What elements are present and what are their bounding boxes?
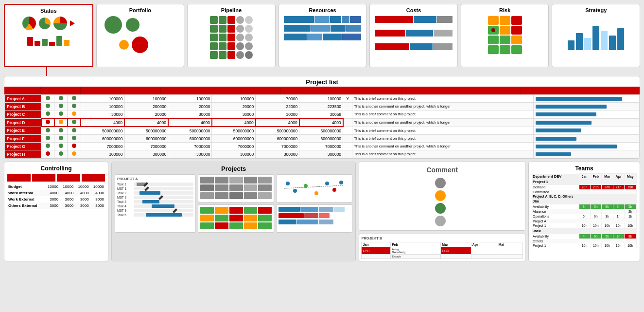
status-bar-4 [49,42,55,46]
card-resources[interactable]: Resources [278,4,367,67]
teams-table: Department DEV Jan Feb Mar Apr May Proje… [532,173,637,248]
status-visual [22,17,75,46]
svg-line-0 [284,185,343,188]
teams-title: Teams [532,165,637,172]
strategy-visual [566,16,626,50]
comment-dot-gray-1 [435,178,446,188]
comment-dot-gray-2 [435,216,446,226]
risk-visual [488,16,522,54]
card-risk-title: Risk [499,7,510,13]
project-a-gantt-card: PROJECT A Task 1 MST 1 [115,174,196,233]
teams-card: Teams Department DEV Jan Feb Mar Apr May… [528,162,640,261]
costs-visual [373,16,454,50]
project-list-table: Project A 100000 100000 100000 100000 70… [4,94,640,158]
card-status-title: Status [40,8,57,14]
table-row: Project C 30000 20000 30000 30000 30000 … [5,110,640,119]
project-a-title: PROJECT A [117,177,193,181]
card-costs[interactable]: Costs [369,4,458,67]
table-row: Project E 500000000 500000000 500000000 … [5,127,640,135]
hbar-card [276,204,352,233]
portfolio-circle-3 [119,40,129,50]
colored-grid-card-1 [198,174,274,202]
comment-card: Comment [359,162,525,231]
status-bar-3 [42,39,48,46]
card-strategy[interactable]: Strategy [552,4,640,67]
project-list-header-bar [4,87,640,94]
portfolio-visual [100,16,181,53]
card-risk[interactable]: Risk [461,4,549,67]
table-row: Project D 4000 4000 4000 4000 4000 4000 … [5,118,640,127]
card-pipeline-title: Pipeline [221,7,242,13]
controlling-table: Budget 10000 10000 10000 10000 Work Inte… [7,184,105,209]
card-portfolio[interactable]: Portfolio [96,4,185,67]
table-row: Project F 600000000 600000000 600000000 … [5,135,640,143]
card-resources-title: Resources [309,7,336,13]
card-strategy-title: Strategy [585,7,607,13]
ctrl-bar-1 [7,174,31,182]
projects-center: Projects PROJECT A Task 1 MST 1 [111,162,356,261]
projects-title: Projects [115,165,352,172]
pie-chart-1 [22,17,36,30]
status-bar-2 [35,41,40,46]
status-bar-5 [56,36,62,46]
ctrl-bar-4 [82,174,105,182]
pie-chart-2 [39,18,51,29]
comment-title: Comment [426,166,458,174]
status-bar-6 [64,40,70,46]
table-row: Project G 7000000 7000000 7000000 700000… [5,143,640,150]
table-row: Project A 100000 100000 100000 100000 70… [5,95,640,103]
project-b-mini-card: PROJEKT B Jan Feb Mar Apr Mai LPO AntrgG… [359,234,525,261]
ctrl-bar-2 [32,174,55,182]
pipeline-visual [210,16,253,59]
portfolio-circle-2 [126,18,139,32]
resources-visual [282,16,364,40]
table-row: Project B 100000 200000 20000 20000 2200… [5,103,640,110]
connector-line-vertical [46,67,47,76]
bottom-section: Controlling Budget 10000 10000 10000 100… [0,162,644,265]
card-status[interactable]: Status [4,4,93,67]
portfolio-circle-1 [104,16,122,34]
card-pipeline[interactable]: Pipeline [187,4,276,67]
colored-grid-card-2 [198,204,274,233]
ctrl-bar-3 [57,174,80,182]
table-row: Project H 300000 300000 300000 300000 30… [5,150,640,158]
scatter-card [276,174,352,202]
portfolio-circle-4 [132,37,148,53]
project-list-section: Project list Project A 100000 100000 100… [4,76,640,159]
red-arrow-indicator [70,20,75,26]
card-costs-title: Costs [406,7,421,13]
project-list-title: Project list [4,76,640,87]
comment-dot-yellow [435,190,446,201]
controlling-title: Controlling [7,165,105,172]
controlling-card: Controlling Budget 10000 10000 10000 100… [4,162,108,261]
comment-dot-green [435,203,446,214]
card-portfolio-title: Portfolio [129,7,151,13]
status-bar-1 [27,37,33,46]
pie-chart-3 [53,17,67,30]
